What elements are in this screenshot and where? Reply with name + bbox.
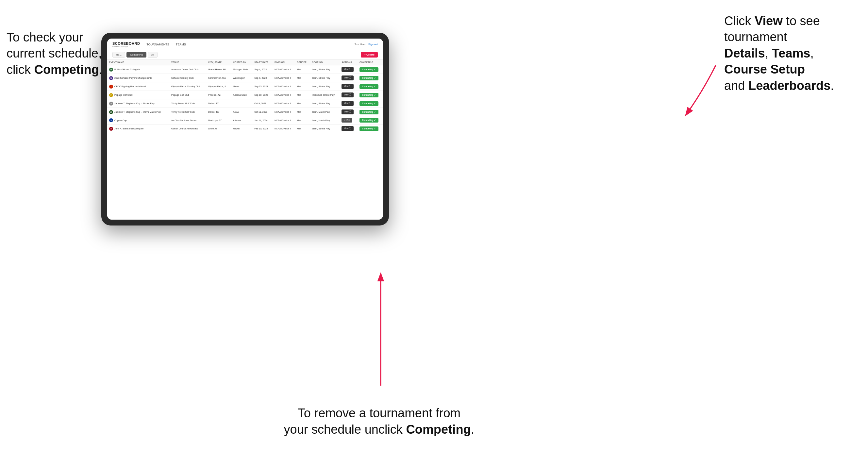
competing-button[interactable]: Competing ✓ <box>360 101 378 106</box>
competing-button[interactable]: Competing ✓ <box>360 126 378 131</box>
col-scoring: SCORING <box>310 60 340 65</box>
team-logo: W <box>109 76 113 80</box>
col-actions: ACTIONS <box>340 60 358 65</box>
cell-gender: Men <box>295 116 310 125</box>
cell-city-state: Olympia Fields, IL <box>206 82 231 91</box>
team-logo: JS <box>109 110 113 114</box>
cell-actions: View ⓘ <box>340 125 358 133</box>
cell-venue: Sahalee Country Club <box>169 74 206 82</box>
cell-event-name: JSJackson T. Stephens Cup – Men's Match … <box>107 108 169 116</box>
cell-scoring: team, Match Play <box>310 108 340 116</box>
user-label: Test User <box>354 43 366 46</box>
create-button[interactable]: + Create <box>361 52 378 58</box>
cell-scoring: team, Stroke Play <box>310 74 340 82</box>
cell-division: NCAA Division I <box>273 82 295 91</box>
col-hosted-by: HOSTED BY <box>231 60 252 65</box>
cell-actions: View ⓘ <box>340 108 358 116</box>
competing-button[interactable]: Competing ✓ <box>360 84 378 89</box>
cell-competing: Competing ✓ <box>358 91 383 99</box>
cell-start-date: Oct 11, 2023 <box>252 108 273 116</box>
cell-division: NCAA Division I <box>273 74 295 82</box>
cell-actions: View ⓘ <box>340 82 358 91</box>
col-division: DIVISION <box>273 60 295 65</box>
view-button[interactable]: View ⓘ <box>342 101 353 106</box>
cell-venue: Ak-Chin Southern Dunes <box>169 116 206 125</box>
cell-competing: Competing ✓ <box>358 125 383 133</box>
table-row: W2023 Sahalee Players ChampionshipSahale… <box>107 74 383 82</box>
cell-event-name: ACopper Cup <box>107 116 169 125</box>
cell-venue: Trinity Forest Golf Club <box>169 108 206 116</box>
cell-hosted-by: Arizona State <box>231 91 252 99</box>
competing-button[interactable]: Competing ✓ <box>360 67 378 72</box>
event-name-text: Papago Individual <box>114 94 133 96</box>
tab-home[interactable]: Ho... <box>113 52 125 58</box>
competing-button[interactable]: Competing ✓ <box>360 93 378 97</box>
cell-hosted-by <box>231 99 252 108</box>
event-name-text: OFCC Fighting Illini Invitational <box>114 85 146 88</box>
cell-gender: Men <box>295 108 310 116</box>
table-header: EVENT NAME VENUE CITY, STATE HOSTED BY S… <box>107 60 383 65</box>
cell-city-state: Lihue, HI <box>206 125 231 133</box>
header-right: Test User Sign out <box>354 43 378 46</box>
cell-city-state: Dallas, TX <box>206 99 231 108</box>
cell-competing: Competing ✓ <box>358 108 383 116</box>
team-logo: I <box>109 85 113 89</box>
team-logo: M <box>109 68 113 71</box>
competing-button[interactable]: Competing ✓ <box>360 110 378 114</box>
cell-actions: View ⓘ <box>340 99 358 108</box>
cell-actions: View ⓘ <box>340 65 358 74</box>
table-row: JSJackson T. Stephens Cup – Stroke PlayT… <box>107 99 383 108</box>
event-name-text: 2023 Sahalee Players Championship <box>114 77 152 79</box>
cell-start-date: Sep 9, 2023 <box>252 74 273 82</box>
table-row: MFolds of Honor CollegiateAmerican Dunes… <box>107 65 383 74</box>
cell-division: NCAA Division I <box>273 65 295 74</box>
cell-scoring: team, Stroke Play <box>310 125 340 133</box>
view-button[interactable]: View ⓘ <box>342 92 353 97</box>
view-button[interactable]: View ⓘ <box>342 75 353 81</box>
nav-tournaments[interactable]: TOURNAMENTS <box>147 43 169 46</box>
event-name-text: Jackson T. Stephens Cup – Stroke Play <box>114 102 155 104</box>
tab-competing[interactable]: Competing <box>126 52 147 58</box>
annotation-top-right: Click View to seetournamentDetails, Team… <box>724 13 862 94</box>
competing-button[interactable]: Competing ✓ <box>360 118 378 123</box>
event-name-text: Copper Cup <box>114 119 127 122</box>
view-button[interactable]: View ⓘ <box>342 110 353 114</box>
annotation-text-1: To check yourcurrent schedule,click Comp… <box>6 30 102 76</box>
cell-event-name: PPapago Individual <box>107 91 169 99</box>
cell-gender: Men <box>295 99 310 108</box>
cell-hosted-by: Michigan State <box>231 65 252 74</box>
competing-button[interactable]: Competing ✓ <box>360 76 378 81</box>
edit-button[interactable]: ✏ Edit <box>342 118 352 123</box>
cell-gender: Men <box>295 65 310 74</box>
filter-tabs: Ho... Competing All <box>113 52 157 58</box>
cell-division: NCAA Division I <box>273 116 295 125</box>
cell-gender: Men <box>295 125 310 133</box>
cell-start-date: Sep 18, 2023 <box>252 91 273 99</box>
sign-out-link[interactable]: Sign out <box>368 43 378 46</box>
table-row: HJohn A. Burns IntercollegiateOcean Cour… <box>107 125 383 133</box>
cell-scoring: team, Stroke Play <box>310 82 340 91</box>
cell-venue: Ocean Course At Hokuala <box>169 125 206 133</box>
team-logo: JS <box>109 102 113 105</box>
cell-start-date: Oct 9, 2023 <box>252 99 273 108</box>
cell-venue: Olympia Fields Country Club <box>169 82 206 91</box>
team-logo: H <box>109 127 113 131</box>
col-competing: COMPETING <box>358 60 383 65</box>
tablet-frame: SCOREBOARD Powered by clippi TOURNAMENTS… <box>101 33 389 225</box>
cell-gender: Men <box>295 91 310 99</box>
view-button[interactable]: View ⓘ <box>342 84 353 89</box>
cell-competing: Competing ✓ <box>358 82 383 91</box>
scoreboard-powered: Powered by clippi <box>113 45 140 48</box>
cell-division: NCAA Division I <box>273 125 295 133</box>
tab-all[interactable]: All <box>148 52 158 58</box>
view-button[interactable]: View ⓘ <box>342 67 353 72</box>
cell-start-date: Jan 14, 2024 <box>252 116 273 125</box>
view-button[interactable]: View ⓘ <box>342 126 353 131</box>
cell-hosted-by: Arizona <box>231 116 252 125</box>
cell-division: NCAA Division I <box>273 91 295 99</box>
team-logo: A <box>109 118 113 122</box>
cell-competing: Competing ✓ <box>358 116 383 125</box>
event-name-text: John A. Burns Intercollegiate <box>114 127 144 130</box>
cell-hosted-by: Hawaii <box>231 125 252 133</box>
nav-teams[interactable]: TEAMS <box>176 43 186 46</box>
